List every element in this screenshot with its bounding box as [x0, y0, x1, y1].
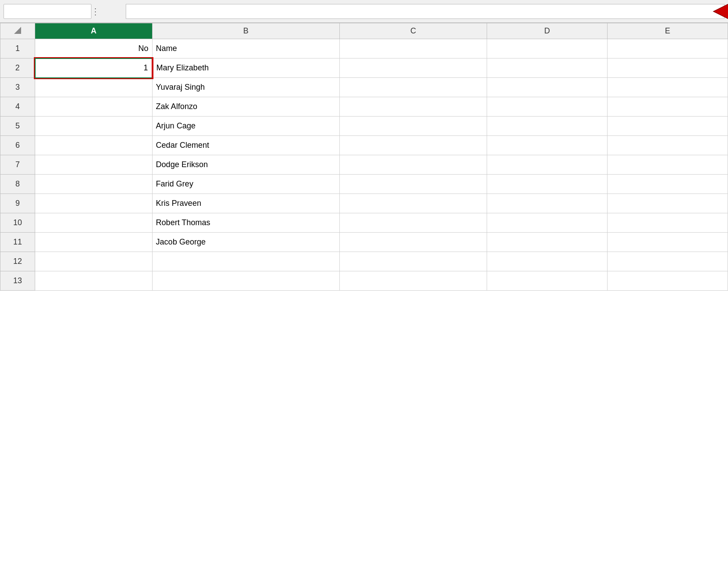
- cell-e2[interactable]: [607, 58, 728, 78]
- svg-marker-2: [14, 27, 21, 34]
- cell-e8[interactable]: [607, 175, 728, 194]
- row-header-10[interactable]: 10: [0, 213, 35, 233]
- row-header-1[interactable]: 1: [0, 39, 35, 58]
- cell-a4[interactable]: [35, 97, 152, 117]
- table-row: 3Yuvaraj Singh: [0, 78, 728, 97]
- cell-b6[interactable]: Cedar Clement: [152, 136, 339, 155]
- cell-e6[interactable]: [607, 136, 728, 155]
- cell-d10[interactable]: [487, 213, 607, 233]
- cell-e13[interactable]: [607, 271, 728, 291]
- cell-c1[interactable]: [339, 39, 487, 58]
- cell-b8[interactable]: Farid Grey: [152, 175, 339, 194]
- svg-marker-0: [713, 0, 728, 22]
- table-row: 13: [0, 271, 728, 291]
- cell-d1[interactable]: [487, 39, 607, 58]
- cell-a9[interactable]: [35, 194, 152, 213]
- cell-a11[interactable]: [35, 233, 152, 252]
- table-row: 8Farid Grey: [0, 175, 728, 194]
- cell-c8[interactable]: [339, 175, 487, 194]
- cell-b10[interactable]: Robert Thomas: [152, 213, 339, 233]
- row-header-6[interactable]: 6: [0, 136, 35, 155]
- cell-d5[interactable]: [487, 117, 607, 136]
- cell-c5[interactable]: [339, 117, 487, 136]
- cell-e3[interactable]: [607, 78, 728, 97]
- cell-d3[interactable]: [487, 78, 607, 97]
- cell-c13[interactable]: [339, 271, 487, 291]
- cell-c9[interactable]: [339, 194, 487, 213]
- cell-a13[interactable]: [35, 271, 152, 291]
- cell-d4[interactable]: [487, 97, 607, 117]
- confirm-button[interactable]: [111, 11, 114, 12]
- table-row: 4Zak Alfonzo: [0, 97, 728, 117]
- cell-c2[interactable]: [339, 58, 487, 78]
- cell-d2[interactable]: [487, 58, 607, 78]
- cell-e12[interactable]: [607, 252, 728, 271]
- cell-d7[interactable]: [487, 155, 607, 175]
- cell-b2[interactable]: Mary Elizabeth: [152, 58, 339, 78]
- col-header-b[interactable]: B: [152, 23, 339, 39]
- formula-bar: ⋮: [0, 0, 728, 23]
- cell-a12[interactable]: [35, 252, 152, 271]
- row-header-12[interactable]: 12: [0, 252, 35, 271]
- cell-c6[interactable]: [339, 136, 487, 155]
- cell-d12[interactable]: [487, 252, 607, 271]
- cell-b12[interactable]: [152, 252, 339, 271]
- cell-b1[interactable]: Name: [152, 39, 339, 58]
- cell-e11[interactable]: [607, 233, 728, 252]
- cell-c4[interactable]: [339, 97, 487, 117]
- cell-a5[interactable]: [35, 117, 152, 136]
- cell-e4[interactable]: [607, 97, 728, 117]
- formula-input[interactable]: [126, 4, 724, 19]
- cell-c3[interactable]: [339, 78, 487, 97]
- cell-b13[interactable]: [152, 271, 339, 291]
- cell-b9[interactable]: Kris Praveen: [152, 194, 339, 213]
- cell-d6[interactable]: [487, 136, 607, 155]
- table-row: 7Dodge Erikson: [0, 155, 728, 175]
- col-header-a[interactable]: A: [35, 23, 152, 39]
- cell-a6[interactable]: [35, 136, 152, 155]
- select-all-icon[interactable]: [13, 26, 22, 35]
- row-header-7[interactable]: 7: [0, 155, 35, 175]
- col-header-c[interactable]: C: [339, 23, 487, 39]
- cell-a1[interactable]: No: [35, 39, 152, 58]
- cell-d8[interactable]: [487, 175, 607, 194]
- cell-a2[interactable]: 1: [35, 58, 152, 78]
- cell-c10[interactable]: [339, 213, 487, 233]
- cell-a7[interactable]: [35, 155, 152, 175]
- cell-a8[interactable]: [35, 175, 152, 194]
- cell-e5[interactable]: [607, 117, 728, 136]
- cell-e9[interactable]: [607, 194, 728, 213]
- cell-b3[interactable]: Yuvaraj Singh: [152, 78, 339, 97]
- col-header-e[interactable]: E: [607, 23, 728, 39]
- cell-a10[interactable]: [35, 213, 152, 233]
- row-header-2[interactable]: 2: [0, 58, 35, 78]
- cell-e10[interactable]: [607, 213, 728, 233]
- formula-bar-controls: [102, 11, 120, 12]
- row-header-13[interactable]: 13: [0, 271, 35, 291]
- cell-b11[interactable]: Jacob George: [152, 233, 339, 252]
- table-row: 9Kris Praveen: [0, 194, 728, 213]
- table-row: 12: [0, 252, 728, 271]
- col-header-d[interactable]: D: [487, 23, 607, 39]
- cancel-button[interactable]: [102, 11, 106, 12]
- row-header-3[interactable]: 3: [0, 78, 35, 97]
- row-header-11[interactable]: 11: [0, 233, 35, 252]
- cell-b7[interactable]: Dodge Erikson: [152, 155, 339, 175]
- row-header-9[interactable]: 9: [0, 194, 35, 213]
- cell-d11[interactable]: [487, 233, 607, 252]
- cell-e7[interactable]: [607, 155, 728, 175]
- cell-b4[interactable]: Zak Alfonzo: [152, 97, 339, 117]
- row-header-8[interactable]: 8: [0, 175, 35, 194]
- cell-c7[interactable]: [339, 155, 487, 175]
- cell-c11[interactable]: [339, 233, 487, 252]
- cell-d13[interactable]: [487, 271, 607, 291]
- row-header-4[interactable]: 4: [0, 97, 35, 117]
- cell-c12[interactable]: [339, 252, 487, 271]
- cell-e1[interactable]: [607, 39, 728, 58]
- cell-a3[interactable]: [35, 78, 152, 97]
- arrow-annotation: [711, 0, 728, 23]
- cell-d9[interactable]: [487, 194, 607, 213]
- cell-b5[interactable]: Arjun Cage: [152, 117, 339, 136]
- name-box[interactable]: [4, 4, 91, 19]
- row-header-5[interactable]: 5: [0, 117, 35, 136]
